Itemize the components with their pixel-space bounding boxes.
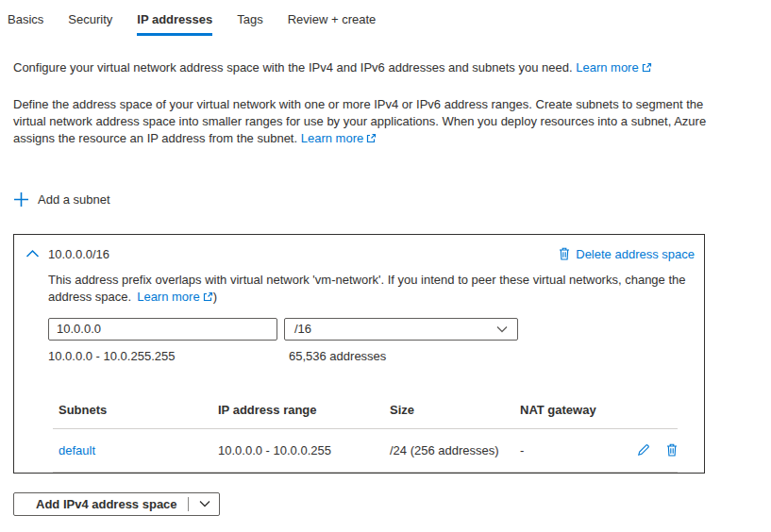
subnet-nat-gateway: - [520,443,619,457]
address-space-header: 10.0.0.0/16 Delete address space [14,247,695,261]
row-actions [619,443,678,457]
subnet-ip-range: 10.0.0.0 - 10.0.0.255 [218,443,390,457]
button-divider [188,497,189,511]
tab-review-create[interactable]: Review + create [288,8,377,36]
add-ipv4-label: Add IPv4 address space [36,497,177,511]
ip-addresses-tab-panel: Basics Security IP addresses Tags Review… [0,0,771,516]
col-header-subnets: Subnets [53,403,218,417]
warning-suffix: ) [213,290,217,304]
overlap-warning: This address prefix overlaps with virtua… [48,272,695,306]
tab-ip-addresses[interactable]: IP addresses [137,8,212,36]
address-space-title: 10.0.0.0/16 [48,247,109,261]
external-link-icon [366,133,377,143]
description-paragraph: Define the address space of your virtual… [13,96,719,147]
pencil-icon [637,443,650,457]
add-subnet-label: Add a subnet [38,192,110,207]
wizard-tab-bar: Basics Security IP addresses Tags Review… [8,8,771,36]
description-learn-more-link[interactable]: Learn more [301,131,377,145]
address-fields-row: /16 [48,318,695,341]
address-summary-row: 10.0.0.0 - 10.0.255.255 65,536 addresses [48,349,695,363]
edit-subnet-button[interactable] [637,443,650,457]
trash-icon [559,247,570,260]
intro-text: Configure your virtual network address s… [13,60,573,75]
tab-tags[interactable]: Tags [237,8,262,36]
tab-security[interactable]: Security [68,8,112,36]
chevron-down-icon [496,325,508,333]
prefix-select-value: /16 [294,322,311,336]
col-header-ip-range: IP address range [218,403,390,417]
subnet-table-header: Subnets IP address range Size NAT gatewa… [53,403,678,429]
address-range-label: 10.0.0.0 - 10.0.255.255 [48,349,284,363]
address-space-card: 10.0.0.0/16 Delete address space This ad… [13,234,705,474]
subnet-table: Subnets IP address range Size NAT gatewa… [53,403,678,473]
tab-basics[interactable]: Basics [8,8,43,36]
add-subnet-button[interactable]: Add a subnet [13,191,110,208]
subnet-name-link[interactable]: default [53,443,218,457]
add-ipv4-address-space-button[interactable]: Add IPv4 address space [13,492,220,516]
intro-learn-more-label: Learn more [576,60,638,75]
address-space-input[interactable] [48,318,277,341]
col-header-nat-gateway: NAT gateway [520,403,619,417]
external-link-icon [203,291,213,302]
col-header-size: Size [390,403,520,417]
address-count-label: 65,536 addresses [284,349,386,363]
collapse-toggle[interactable] [25,248,40,259]
trash-icon [666,443,678,457]
warning-learn-more-link[interactable]: Learn more [137,290,212,304]
chevron-down-icon[interactable] [199,500,210,507]
chevron-up-icon [25,249,40,258]
intro-paragraph: Configure your virtual network address s… [13,59,723,75]
intro-learn-more-link[interactable]: Learn more [576,60,651,75]
delete-address-space-button[interactable]: Delete address space [559,247,695,261]
subnet-size: /24 (256 addresses) [390,443,520,457]
prefix-select[interactable]: /16 [284,318,518,341]
external-link-icon [642,62,652,73]
delete-address-space-label: Delete address space [576,247,695,261]
table-row: default 10.0.0.0 - 10.0.0.255 /24 (256 a… [53,429,678,473]
warning-learn-more-label: Learn more [137,290,199,304]
plus-icon [13,191,29,208]
delete-subnet-button[interactable] [666,443,678,457]
description-learn-more-label: Learn more [301,131,363,145]
